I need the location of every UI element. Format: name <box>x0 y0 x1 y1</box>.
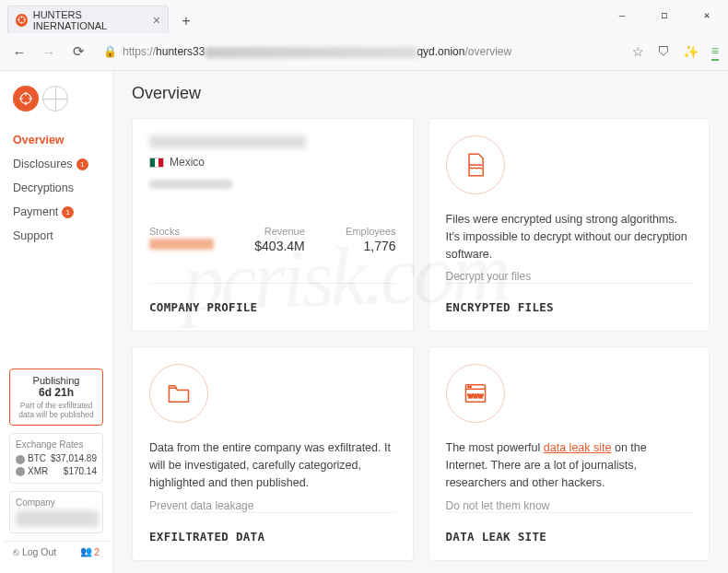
browser-www-icon: WWW <box>446 364 505 423</box>
tab-favicon-icon <box>16 14 28 27</box>
exfiltrated-sub: Prevent data leakage <box>149 499 396 512</box>
browser-tab[interactable]: HUNTERS INERNATIONAL × <box>7 6 169 33</box>
svg-point-14 <box>470 387 471 388</box>
url-redacted <box>205 47 417 58</box>
card-footer-profile: COMPANY PROFILE <box>149 283 396 314</box>
folder-icon <box>149 364 208 423</box>
card-company-profile: Mexico Stocks Revenue $403.4M Employees … <box>132 118 414 332</box>
sidebar-item-support[interactable]: Support <box>0 224 112 248</box>
company-name-redacted <box>149 135 306 148</box>
stat-stocks: Stocks <box>149 226 214 253</box>
btc-icon <box>16 455 25 464</box>
lock-icon: 🔒 <box>103 45 117 58</box>
minimize-button[interactable]: — <box>601 0 643 29</box>
globe-icon <box>42 86 68 111</box>
bookmark-icon[interactable]: ☆ <box>632 44 644 59</box>
logout-button[interactable]: ⎋ Log Out <box>13 546 56 557</box>
card-footer-encrypted: ENCRYPTED FILES <box>446 283 693 314</box>
url-protocol: https:// <box>123 45 156 58</box>
card-exfiltrated-data: Data from the entire company was exfiltr… <box>132 346 414 560</box>
encrypted-file-icon <box>446 135 505 194</box>
card-footer-exfiltrated: EXFILTRATED DATA <box>149 512 396 544</box>
browser-chrome: HUNTERS INERNATIONAL × + — ◻ ✕ ← → ⟳ 🔒 h… <box>0 0 728 71</box>
card-encrypted-files: Files were encrypted using strong algori… <box>429 118 710 332</box>
encrypted-text: Files were encrypted using strong algori… <box>446 211 693 263</box>
company-stats: Stocks Revenue $403.4M Employees 1,776 <box>149 226 396 253</box>
country-name: Mexico <box>170 156 205 169</box>
country-row: Mexico <box>149 156 396 169</box>
toolbar: ← → ⟳ 🔒 https://hunters33qyd.onion/overv… <box>0 33 728 70</box>
exchange-rates-box: Exchange Rates BTC$37,014.89 XMR$170.14 <box>9 433 103 484</box>
flag-mexico-icon <box>149 158 164 168</box>
sidebar-item-decryptions[interactable]: Decryptions <box>0 176 112 200</box>
company-label: Company <box>16 497 97 508</box>
publishing-title: Publishing <box>14 375 99 386</box>
rate-row-xmr: XMR$170.14 <box>16 465 97 477</box>
new-tab-button[interactable]: + <box>174 9 198 33</box>
card-grid: Mexico Stocks Revenue $403.4M Employees … <box>132 118 710 573</box>
sidebar-item-overview[interactable]: Overview <box>0 128 112 152</box>
encrypted-sub: Decrypt your files <box>446 270 693 283</box>
sparkle-icon[interactable]: ✨ <box>683 44 699 59</box>
url-end: qyd.onion <box>417 45 464 58</box>
sidebar: Overview Disclosures1 Decryptions Paymen… <box>0 71 113 573</box>
publishing-box: Publishing 6d 21h Part of the exfiltrate… <box>9 368 103 426</box>
shield-icon[interactable]: ⛉ <box>657 44 670 59</box>
close-button[interactable]: ✕ <box>686 0 728 29</box>
logo-row <box>0 80 112 128</box>
company-box: Company <box>9 491 103 533</box>
leak-sub: Do not let them know <box>446 499 693 512</box>
reload-button[interactable]: ⟳ <box>68 41 88 62</box>
sidebar-footer: ⎋ Log Out 👥2 <box>4 541 109 561</box>
company-url-redacted <box>149 180 232 189</box>
forward-button[interactable]: → <box>39 41 59 62</box>
url-bar[interactable]: 🔒 https://hunters33qyd.onion/overview <box>98 39 623 64</box>
company-redacted <box>16 510 99 527</box>
exchange-rates-title: Exchange Rates <box>16 439 97 450</box>
sidebar-bottom: Publishing 6d 21h Part of the exfiltrate… <box>0 365 112 565</box>
menu-icon[interactable]: ≡ <box>711 43 719 61</box>
sidebar-item-disclosures[interactable]: Disclosures1 <box>0 152 112 176</box>
url-host: hunters33 <box>156 45 205 58</box>
stat-employees: Employees 1,776 <box>346 226 395 253</box>
xmr-icon <box>16 467 25 476</box>
stocks-redacted <box>149 239 214 250</box>
payment-badge: 1 <box>62 206 74 218</box>
url-path: /overview <box>464 45 511 58</box>
publishing-desc: Part of the exfiltrated data will be pub… <box>14 401 99 419</box>
publishing-countdown: 6d 21h <box>14 386 99 399</box>
exfiltrated-text: Data from the entire company was exfiltr… <box>149 439 396 491</box>
tab-title: HUNTERS INERNATIONAL <box>33 9 147 31</box>
stat-revenue: Revenue $403.4M <box>254 226 304 253</box>
card-data-leak-site: WWW The most powerful data leak site on … <box>429 346 710 560</box>
leak-text: The most powerful data leak site on the … <box>446 439 693 491</box>
main-content: Overview Mexico Stocks Revenue $ <box>113 71 728 573</box>
back-button[interactable]: ← <box>9 41 29 62</box>
sidebar-item-payment[interactable]: Payment1 <box>0 200 112 224</box>
crosshair-logo-icon <box>13 86 39 111</box>
maximize-button[interactable]: ◻ <box>643 0 686 29</box>
svg-text:WWW: WWW <box>467 393 483 399</box>
rate-row-btc: BTC$37,014.89 <box>16 452 97 464</box>
window-controls: — ◻ ✕ <box>601 0 728 29</box>
user-count: 👥2 <box>80 545 100 557</box>
data-leak-link[interactable]: data leak site <box>544 441 612 454</box>
users-icon: 👥 <box>80 545 92 557</box>
page-title: Overview <box>132 84 710 103</box>
tab-close-icon[interactable]: × <box>153 13 160 28</box>
disclosures-badge: 1 <box>76 158 88 170</box>
app-body: Overview Disclosures1 Decryptions Paymen… <box>0 71 728 573</box>
tab-bar: HUNTERS INERNATIONAL × + — ◻ ✕ <box>0 0 728 33</box>
card-footer-leak: DATA LEAK SITE <box>446 512 693 544</box>
svg-point-13 <box>467 387 468 388</box>
toolbar-actions: ☆ ⛉ ✨ ≡ <box>632 43 719 61</box>
